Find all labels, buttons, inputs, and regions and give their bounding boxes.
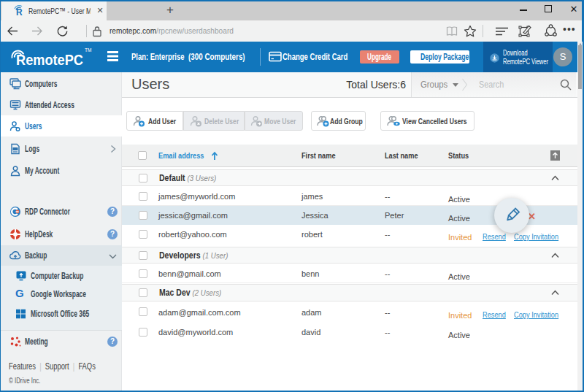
svg-text:TM: TM (85, 47, 91, 53)
svg-text:RemotePC: RemotePC (16, 51, 83, 68)
